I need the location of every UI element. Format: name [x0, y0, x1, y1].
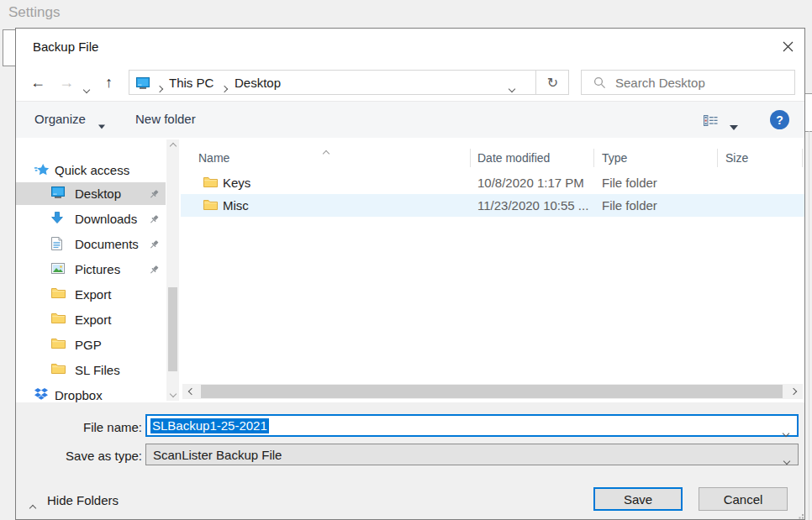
back-button[interactable]: ← — [30, 75, 45, 90]
refresh-button[interactable]: ↻ — [536, 71, 569, 94]
scrollbar-thumb[interactable] — [168, 287, 177, 371]
column-separator — [802, 149, 803, 167]
breadcrumb-desktop[interactable]: Desktop — [235, 76, 281, 90]
cancel-button[interactable]: Cancel — [699, 487, 788, 511]
sidebar-scrollbar[interactable] — [166, 139, 179, 401]
sidebar-item-pictures[interactable]: Pictures — [16, 258, 166, 281]
sidebar-item-desktop[interactable]: Desktop — [16, 182, 166, 205]
help-button[interactable]: ? — [770, 110, 789, 129]
breadcrumb-separator-icon — [157, 80, 162, 95]
sidebar-item-label: SL Files — [75, 359, 120, 381]
browser-area: Quick accessDesktopDownloadsDocumentsPic… — [16, 138, 804, 402]
file-type: File folder — [602, 171, 657, 194]
column-header-type[interactable]: Type — [602, 151, 627, 165]
search-icon — [593, 76, 606, 92]
folder-icon — [51, 287, 66, 302]
sidebar-item-pgp[interactable]: PGP — [16, 334, 166, 356]
breadcrumb-this-pc[interactable]: This PC — [169, 76, 214, 90]
resize-grip[interactable] — [796, 510, 804, 520]
close-button[interactable] — [775, 37, 800, 59]
folder-icon — [203, 199, 218, 214]
save-panel: File name: SLBackup1-25-2021 Save as typ… — [16, 402, 804, 519]
sidebar-item-label: Pictures — [75, 258, 120, 281]
sidebar-item-label: Quick access — [55, 159, 129, 181]
quick-access-icon — [34, 163, 50, 180]
file-name: Misc — [223, 194, 249, 217]
sidebar-item-quick-access[interactable]: Quick access — [16, 159, 166, 181]
scroll-down-icon[interactable] — [166, 387, 179, 401]
column-header-size[interactable]: Size — [725, 151, 748, 165]
pin-icon[interactable] — [149, 239, 160, 254]
scroll-right-icon[interactable] — [786, 384, 801, 399]
new-folder-button[interactable]: New folder — [135, 112, 196, 126]
scroll-left-icon[interactable] — [184, 384, 199, 399]
column-separator — [470, 149, 471, 167]
backup-file-dialog: Backup File ← → ↑ This PC Desktop — [15, 28, 805, 520]
breadcrumb-separator-icon — [222, 80, 227, 95]
history-dropdown-button[interactable] — [84, 81, 89, 96]
column-separator — [717, 149, 718, 167]
sidebar-item-label: Dropbox — [55, 384, 103, 402]
pin-icon[interactable] — [149, 264, 160, 279]
save-as-type-select[interactable]: ScanLister Backup File — [145, 444, 799, 465]
background-window-edge-line — [809, 131, 809, 520]
folder-icon — [51, 313, 66, 328]
scrollbar-thumb[interactable] — [201, 385, 783, 398]
sidebar-item-dropbox[interactable]: Dropbox — [16, 384, 166, 402]
hide-folders-button[interactable]: Hide Folders — [47, 493, 119, 507]
screen: Settings Backup File ← → ↑ This PC Deskt… — [0, 0, 812, 520]
column-header-row: NameDate modifiedTypeSize — [181, 142, 804, 165]
sidebar-item-sl-files[interactable]: SL Files — [16, 359, 166, 381]
organize-button[interactable]: Organize — [34, 112, 86, 126]
sidebar-item-label: PGP — [75, 334, 102, 356]
column-header-date-modified[interactable]: Date modified — [477, 151, 550, 165]
search-box[interactable]: Search Desktop — [581, 70, 795, 95]
address-bar[interactable]: This PC Desktop ↻ — [129, 70, 569, 95]
scroll-up-icon[interactable] — [166, 139, 179, 153]
dropbox-icon — [34, 388, 48, 402]
folder-icon — [51, 363, 66, 378]
file-name-input[interactable]: SLBackup1-25-2021 — [145, 414, 799, 437]
sidebar-item-documents[interactable]: Documents — [16, 233, 166, 255]
pictures-icon — [51, 262, 65, 277]
background-window-title: Settings — [8, 4, 60, 21]
documents-icon — [51, 237, 62, 254]
pin-icon[interactable] — [149, 213, 160, 228]
view-caret-icon[interactable] — [730, 118, 738, 134]
chevron-down-icon[interactable] — [784, 452, 789, 467]
navigation-pane: Quick accessDesktopDownloadsDocumentsPic… — [16, 138, 181, 402]
file-date-modified: 11/23/2020 10:55 ... — [477, 194, 588, 217]
navigation-bar: ← → ↑ This PC Desktop ↻ Search D — [16, 64, 804, 101]
address-dropdown-button[interactable] — [509, 80, 514, 95]
organize-caret-icon — [98, 118, 106, 133]
command-toolbar: Organize New folder ? — [16, 101, 804, 138]
sort-ascending-icon — [324, 144, 329, 160]
forward-button[interactable]: → — [59, 75, 74, 90]
sidebar-item-label: Downloads — [75, 207, 137, 230]
sidebar-item-downloads[interactable]: Downloads — [16, 207, 166, 230]
sidebar-item-export[interactable]: Export — [16, 283, 166, 306]
details-view-icon — [704, 114, 718, 129]
column-header-name[interactable]: Name — [198, 151, 229, 165]
save-as-type-label: Save as type: — [18, 449, 142, 463]
sidebar-item-label: Export — [75, 283, 111, 306]
file-type: File folder — [602, 194, 657, 217]
folder-icon — [203, 176, 218, 192]
up-button[interactable]: ↑ — [105, 75, 113, 90]
sidebar-item-export[interactable]: Export — [16, 308, 166, 331]
sidebar-item-label: Export — [75, 308, 111, 331]
file-row-keys[interactable]: Keys10/8/2020 1:17 PMFile folder — [181, 171, 804, 194]
file-date-modified: 10/8/2020 1:17 PM — [477, 171, 584, 194]
close-icon — [783, 40, 794, 55]
chevron-down-icon[interactable] — [783, 424, 788, 439]
downloads-icon — [51, 212, 63, 228]
desktop-icon — [51, 186, 65, 202]
horizontal-scrollbar[interactable] — [182, 384, 803, 399]
file-list: NameDate modifiedTypeSize Keys10/8/2020 … — [181, 138, 804, 402]
file-row-misc[interactable]: Misc11/23/2020 10:55 ...File folder — [181, 194, 804, 217]
search-placeholder: Search Desktop — [615, 76, 705, 90]
save-button[interactable]: Save — [593, 487, 683, 511]
change-view-button[interactable] — [704, 114, 718, 129]
pin-icon[interactable] — [149, 188, 160, 203]
file-name-label: File name: — [18, 420, 142, 434]
